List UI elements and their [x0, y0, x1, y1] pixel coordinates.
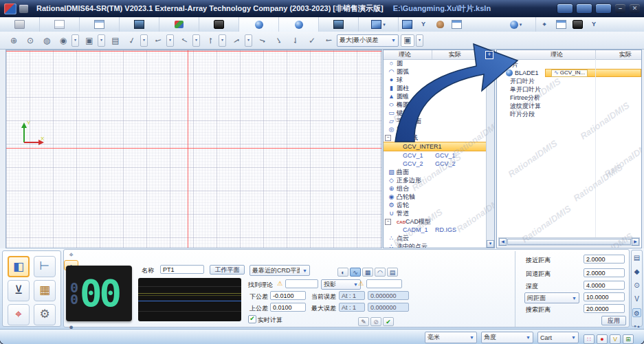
tree-item-arc[interactable]: ◠圆弧: [384, 67, 487, 76]
probe-angle-2-dropdown[interactable]: ▾: [166, 34, 174, 47]
apply-button[interactable]: 应用: [601, 316, 626, 325]
probe-mode-button[interactable]: ⊻: [8, 280, 30, 301]
report-view-icon[interactable]: ▤: [387, 268, 398, 277]
report-layout-icon[interactable]: ▣: [401, 34, 414, 47]
tree-item-camshaft[interactable]: ◉凸轮轴: [384, 193, 487, 201]
workplane-button[interactable]: 工作平面: [210, 265, 245, 275]
ribbon-tab-probe-tool[interactable]: Y: [586, 17, 602, 32]
ribbon-tab-print[interactable]: [0, 17, 40, 32]
feature-tree-scrollbar[interactable]: ▲ ▼: [486, 50, 494, 248]
ribbon-tab-cube-tool[interactable]: [399, 17, 415, 32]
depth-input[interactable]: 4.0000: [584, 281, 625, 290]
arc-view-icon[interactable]: ◠: [375, 268, 386, 277]
tree-item-gcv-inter1[interactable]: GCV_INTER1: [384, 142, 487, 151]
projection-input[interactable]: [366, 279, 402, 288]
device-sync-icon[interactable]: [596, 4, 611, 13]
angle-combo[interactable]: 角度▼: [481, 332, 533, 343]
projection-combo[interactable]: 投影▼: [321, 279, 361, 290]
eraser-icon[interactable]: ⊘: [370, 317, 381, 326]
machine-position-icon[interactable]: ∷: [584, 334, 595, 344]
tree-item-firtree[interactable]: Firtree分析: [497, 94, 641, 102]
workpiece-mode-button[interactable]: ◧: [8, 256, 30, 277]
tree-item-ellipse[interactable]: ○椭圆: [384, 100, 487, 109]
tree-item-surface[interactable]: ▧曲面: [384, 168, 487, 176]
probe-angle-5-dropdown[interactable]: ▾: [245, 34, 252, 47]
ribbon-tab-scene-sphere[interactable]: ▾: [496, 17, 536, 32]
tree-item-single-open-blade[interactable]: 单开口叶片: [497, 85, 641, 94]
caliper-mode-button[interactable]: ⊢: [34, 256, 56, 277]
probe-angle-4-dropdown[interactable]: ▾: [219, 34, 226, 47]
graph-view-icon[interactable]: ∿: [350, 268, 361, 277]
tree-item-cylinder[interactable]: ▮圆柱: [384, 84, 487, 92]
ribbon-tab-probe-y[interactable]: Y: [415, 17, 432, 32]
upper-tolerance-input[interactable]: 0.0100: [270, 303, 306, 312]
realtime-checkbox[interactable]: ✔: [248, 315, 256, 323]
expander-icon[interactable]: −: [385, 219, 391, 225]
tree-item-circle[interactable]: ○圆: [384, 59, 487, 67]
ribbon-tab-eye-sphere[interactable]: [279, 17, 319, 32]
scroll-right-icon[interactable]: ▶: [632, 238, 639, 246]
probe-angle-4-icon[interactable]: ✓: [203, 34, 217, 47]
shaded-view-icon[interactable]: ◍: [40, 34, 54, 47]
ribbon-tab-layers[interactable]: [159, 17, 199, 32]
ribbon-tab-table[interactable]: [80, 17, 120, 32]
graphics-viewport[interactable]: Y X: [5, 50, 382, 248]
tree-item-curve[interactable]: −∿曲线: [384, 133, 487, 142]
tree-item-pipe[interactable]: ∪管道: [384, 209, 487, 217]
scroll-down-icon[interactable]: ▼: [487, 240, 494, 248]
snapshot-icon[interactable]: ▣: [82, 34, 96, 47]
theory-column-header[interactable]: 理论: [551, 50, 563, 59]
tree-item-polygon[interactable]: ◇正多边形: [384, 176, 487, 184]
ribbon-tab-device[interactable]: [199, 17, 239, 32]
tree-item-gear[interactable]: ⚙齿轮: [384, 201, 487, 209]
probe-manager-icon[interactable]: ◆: [632, 267, 641, 276]
snapshot-dropdown[interactable]: ▾: [98, 34, 105, 47]
tree-item-blade-group[interactable]: −叶片: [497, 61, 641, 69]
ribbon-tab-monitor[interactable]: [319, 17, 359, 32]
shape-pick-icon[interactable]: ⌖: [64, 250, 78, 260]
emergency-stop-icon[interactable]: ●: [597, 334, 608, 344]
confirm-icon[interactable]: ✔: [383, 317, 394, 326]
coordinate-mode-button[interactable]: ⌖: [8, 304, 30, 325]
tree-item-gcv-2[interactable]: GCV_2GCV_2: [384, 160, 487, 168]
machine-mode-button[interactable]: ⚙: [34, 304, 56, 325]
coordinate-system-combo[interactable]: Cart▼: [537, 332, 579, 343]
tree-item-cadm-1[interactable]: CADM_1RD.IGS: [384, 226, 487, 234]
search-distance-input[interactable]: 20.0000: [584, 304, 625, 313]
table-view-icon[interactable]: ▦: [362, 268, 373, 277]
zoom-window-tool-icon[interactable]: ⊙: [23, 34, 37, 47]
tree-item-selected-point-cloud[interactable]: ∴选中的点云: [384, 242, 487, 248]
remote-control-icon[interactable]: [557, 4, 573, 13]
tree-item-slot[interactable]: ▭键槽: [384, 109, 487, 117]
eye-view-dropdown[interactable]: ▾: [71, 34, 79, 47]
tree-item-cone[interactable]: ▲圆锥: [384, 92, 487, 100]
vision-probe-icon[interactable]: V: [610, 334, 621, 344]
tree-item-open-blade[interactable]: 开口叶片: [497, 77, 641, 85]
expander-icon[interactable]: −: [498, 62, 504, 68]
probe-angle-6-icon[interactable]: ✓: [256, 34, 269, 47]
expander-icon[interactable]: −: [385, 135, 391, 141]
probe-angle-3-dropdown[interactable]: ▾: [192, 34, 200, 47]
actual-column-header[interactable]: 实际: [619, 50, 632, 59]
move-tool-icon[interactable]: ⊕: [7, 34, 21, 47]
minimize-button[interactable]: –: [615, 4, 625, 13]
tree-item-sphere[interactable]: ●球: [384, 76, 487, 84]
probe-angle-1-dropdown[interactable]: ▾: [140, 34, 148, 47]
actual-column-header[interactable]: 实际: [449, 50, 461, 59]
ribbon-tab-window-tool-2[interactable]: [553, 17, 569, 32]
label-view-icon[interactable]: ▤: [109, 34, 122, 47]
spacing-mode-combo[interactable]: 间距面▼: [524, 292, 579, 303]
ribbon-tab-camera-tool[interactable]: [569, 17, 586, 32]
ribbon-tab-report[interactable]: [40, 17, 80, 32]
theory-column-header[interactable]: 理论: [399, 50, 411, 59]
settings-icon[interactable]: ⚙: [632, 308, 641, 317]
display-connect-icon[interactable]: [577, 4, 592, 13]
tree-item-blade1[interactable]: BLADE1∿GCV_IN...: [497, 69, 641, 77]
tree-item-point-cloud[interactable]: ∴点云: [384, 234, 487, 242]
tree-item-gcv-1[interactable]: GCV_1GCV_1: [384, 151, 487, 160]
tree-item-blade-segment[interactable]: 叶片分段: [497, 110, 641, 118]
ribbon-tab-axes-tool[interactable]: ⌖: [536, 17, 553, 32]
tree-item-waviness[interactable]: 波纹度计算: [497, 102, 641, 110]
probe-angle-3-icon[interactable]: ✓: [177, 34, 191, 47]
probe-angle-9-icon[interactable]: ✓: [305, 34, 319, 47]
